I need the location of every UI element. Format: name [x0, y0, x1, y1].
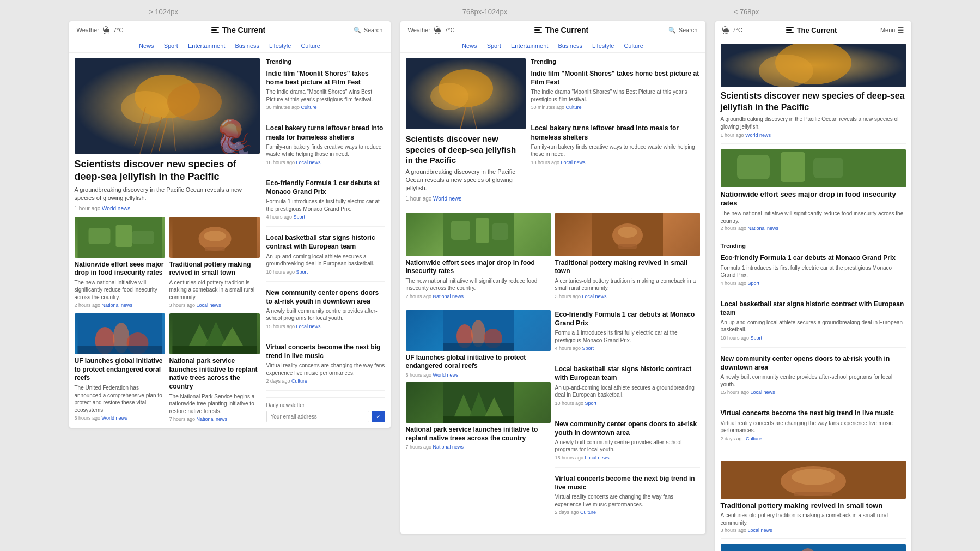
pottery-image[interactable] — [169, 217, 260, 258]
hero-title-md[interactable]: Scientists discover new species of deep-… — [406, 134, 526, 166]
article-grid-mid: Nationwide effort sees major drop in foo… — [75, 217, 260, 308]
md-trending-3: Local basketball star signs historic con… — [555, 365, 700, 413]
hero-image-md[interactable] — [406, 58, 526, 129]
sm-food-image[interactable] — [721, 149, 906, 187]
sm-food-title[interactable]: Nationwide effort sees major drop in foo… — [721, 190, 906, 209]
weather-label-md: Weather — [408, 27, 430, 33]
nav-md-sport[interactable]: Sport — [487, 43, 501, 49]
hero-image[interactable] — [75, 58, 260, 154]
sm-trending-title-2[interactable]: New community center opens doors to at-r… — [721, 354, 906, 372]
newsletter-submit-button[interactable]: ✓ — [372, 411, 385, 422]
sm-pottery-image[interactable] — [721, 461, 906, 499]
md-trending-title-1[interactable]: Local bakery turns leftover bread into m… — [531, 124, 700, 141]
md-trending-meta-2: 4 hours ago Sport — [555, 346, 700, 351]
menu-button[interactable]: Menu ☰ — [880, 26, 905, 34]
search-button[interactable]: 🔍 Search — [354, 27, 383, 34]
md-trending-title-3[interactable]: Local basketball star signs historic con… — [555, 365, 700, 382]
md-trees-title[interactable]: National park service launches initiativ… — [406, 426, 551, 443]
md-trending-4: New community center opens doors to at-r… — [555, 420, 700, 468]
trending-meta-3: 10 hours ago Sport — [266, 269, 385, 275]
hero-tag[interactable]: World news — [102, 205, 130, 211]
nav-md-lifestyle[interactable]: Lifestyle — [592, 43, 614, 49]
sm-trending-title-0[interactable]: Eco-friendly Formula 1 car debuts at Mon… — [721, 253, 906, 262]
md-pottery-image[interactable] — [555, 213, 700, 256]
svg-rect-35 — [492, 223, 508, 240]
md-trees-image[interactable] — [406, 382, 551, 423]
md-bottom-grid: UF launches global initiative to protect… — [406, 310, 551, 529]
nav-md-culture[interactable]: Culture — [624, 43, 643, 49]
md-food-image[interactable] — [406, 213, 551, 256]
trending-title-2[interactable]: Eco-friendly Formula 1 car debuts at Mon… — [266, 179, 385, 196]
trending-title-4[interactable]: New community center opens doors to at-r… — [266, 288, 385, 306]
md-trending-title-0[interactable]: Indie film "Moonlit Shores" takes home b… — [531, 69, 700, 87]
coral-image[interactable] — [75, 313, 165, 354]
sm-trending-meta-2: 15 hours ago Local news — [721, 390, 906, 395]
trending-title-3[interactable]: Local basketball star signs historic con… — [266, 233, 385, 251]
trending-title-5[interactable]: Virtual concerts become the next big tre… — [266, 343, 385, 360]
nav-sport[interactable]: Sport — [164, 43, 178, 49]
sm-article-food: Nationwide effort sees major drop in foo… — [721, 143, 906, 232]
logo-icon-sm — [786, 27, 794, 33]
md-food-svg — [406, 213, 551, 256]
md-pottery-title[interactable]: Traditional pottery making revived in sm… — [555, 259, 700, 276]
md-coral-title[interactable]: UF launches global initiative to protect… — [406, 354, 551, 371]
nav-lifestyle[interactable]: Lifestyle — [269, 43, 291, 49]
sm-trending-label: Trending — [721, 243, 906, 249]
sm-trending-title-3[interactable]: Virtual concerts become the next big tre… — [721, 409, 906, 417]
nav-culture[interactable]: Culture — [301, 43, 320, 49]
sm-coral-image[interactable] — [721, 544, 906, 551]
nav-md-entertainment[interactable]: Entertainment — [511, 43, 548, 49]
trending-meta-2: 4 hours ago Sport — [266, 214, 385, 220]
logo-line-3 — [211, 32, 219, 33]
weather-widget-sm: 🌦 7°C — [722, 26, 742, 34]
site-name: The Current — [222, 26, 265, 34]
hero-title[interactable]: Scientists discover new species of deep-… — [75, 158, 260, 184]
nav-news[interactable]: News — [139, 43, 154, 49]
md-trending-title-4[interactable]: New community center opens doors to at-r… — [555, 420, 700, 437]
logo-line-1 — [211, 27, 219, 28]
sm-article-coral: UF launches global initiative to protect… — [721, 538, 906, 551]
sm-hero-image[interactable] — [721, 44, 906, 87]
card-trees-title[interactable]: National park service launches initiativ… — [169, 357, 260, 391]
md-card-trees: National park service launches initiativ… — [406, 382, 551, 450]
sm-hero-title[interactable]: Scientists discover new species of deep-… — [721, 90, 906, 113]
site-logo-sm[interactable]: The Current — [786, 26, 837, 34]
sm-pottery-title[interactable]: Traditional pottery making revived in sm… — [721, 501, 906, 511]
md-trending-title-5[interactable]: Virtual concerts become the next big tre… — [555, 474, 700, 492]
card-coral-title[interactable]: UF launches global initiative to protect… — [75, 357, 165, 383]
card-food-title[interactable]: Nationwide effort sees major drop in foo… — [75, 261, 165, 277]
article-card-coral: UF launches global initiative to protect… — [75, 313, 165, 422]
sm-trending-meta-0: 4 hours ago Sport — [721, 281, 906, 286]
trending-meta-5: 2 days ago Culture — [266, 378, 385, 384]
sm-trending-meta-1: 10 hours ago Sport — [721, 335, 906, 341]
md-trees-svg — [406, 382, 551, 423]
card-coral-meta: 6 hours ago World news — [75, 415, 165, 421]
nav-business[interactable]: Business — [235, 43, 259, 49]
search-button-md[interactable]: 🔍 Search — [668, 27, 698, 34]
sm-hero-meta: 1 hour ago World news — [721, 132, 906, 138]
md-hero-section: Scientists discover new species of deep-… — [406, 58, 526, 202]
md-trending-meta-4: 15 hours ago Local news — [555, 455, 700, 461]
site-logo[interactable]: The Current — [211, 26, 265, 34]
article-card-trees: National park service launches initiativ… — [169, 313, 260, 422]
md-food-title[interactable]: Nationwide effort sees major drop in foo… — [406, 259, 551, 276]
panel-small: 🌦 7°C The Current Menu ☰ — [715, 21, 911, 551]
svg-rect-60 — [794, 492, 832, 496]
site-logo-md[interactable]: The Current — [534, 26, 588, 34]
newsletter-email-input[interactable] — [266, 411, 369, 422]
trees-image[interactable] — [169, 313, 260, 354]
sm-trending-title-1[interactable]: Local basketball star signs historic con… — [721, 300, 906, 317]
md-trending-meta-5: 2 days ago Culture — [555, 510, 700, 515]
trending-title-0[interactable]: Indie film "Moonlit Shores" takes home b… — [266, 69, 385, 87]
food-image[interactable] — [75, 217, 165, 258]
bp-label-medium: 768px-1024px — [327, 8, 643, 16]
newsletter-form: ✓ — [266, 411, 385, 422]
panel-medium: Weather 🌦 7°C The Current 🔍 Search News … — [400, 21, 705, 534]
nav-entertainment[interactable]: Entertainment — [188, 43, 225, 49]
trending-title-1[interactable]: Local bakery turns leftover bread into m… — [266, 124, 385, 141]
card-pottery-title[interactable]: Traditional pottery making revived in sm… — [169, 261, 260, 277]
md-coral-image[interactable] — [406, 310, 551, 351]
nav-md-business[interactable]: Business — [558, 43, 582, 49]
nav-md-news[interactable]: News — [462, 43, 477, 49]
md-trending-title-2[interactable]: Eco-friendly Formula 1 car debuts at Mon… — [555, 310, 700, 328]
